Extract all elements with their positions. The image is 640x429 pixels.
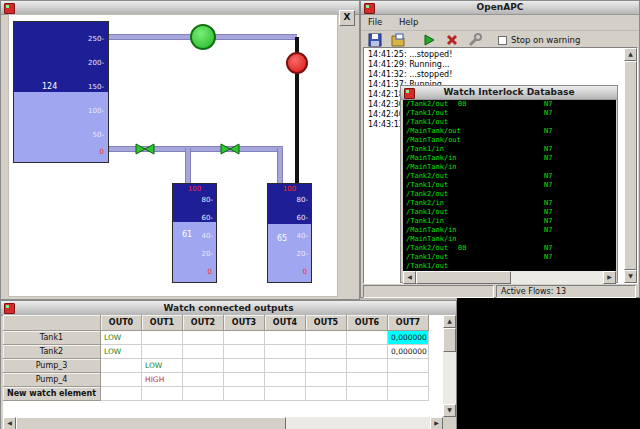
grid-cell[interactable]: HIGH bbox=[142, 373, 183, 387]
stop-on-warning-checkbox[interactable] bbox=[498, 36, 507, 45]
log-scrollbar-thumb[interactable] bbox=[624, 61, 637, 270]
grid-cell[interactable] bbox=[183, 373, 224, 387]
grid-cell[interactable] bbox=[265, 359, 306, 373]
interlock-path: /Tank1/in bbox=[403, 217, 458, 226]
grid-row-label[interactable]: Tank2 bbox=[3, 345, 101, 359]
grid-cell[interactable] bbox=[224, 345, 265, 359]
close-button[interactable]: X bbox=[339, 10, 355, 26]
app-icon[interactable] bbox=[4, 3, 15, 14]
scroll-down-button[interactable]: ▼ bbox=[443, 404, 456, 417]
outputs-window-title: Watch connected outputs bbox=[1, 301, 456, 315]
grid-cell[interactable] bbox=[306, 373, 347, 387]
grid-cell[interactable] bbox=[183, 387, 224, 401]
scroll-left-button[interactable]: ◀ bbox=[3, 417, 16, 429]
open-button[interactable] bbox=[388, 32, 408, 48]
grid-row-label[interactable]: Pump_3 bbox=[3, 359, 101, 373]
scroll-down-button[interactable]: ▼ bbox=[624, 270, 637, 283]
grid-cell[interactable] bbox=[183, 359, 224, 373]
stop-button[interactable] bbox=[442, 32, 462, 48]
scroll-right-button[interactable]: ▶ bbox=[603, 271, 616, 284]
grid-cell[interactable] bbox=[101, 387, 142, 401]
grid-cell[interactable] bbox=[306, 387, 347, 401]
grid-cell[interactable] bbox=[142, 387, 183, 401]
grid-cell[interactable] bbox=[388, 359, 429, 373]
valve-2[interactable] bbox=[220, 143, 240, 155]
grid-row-label[interactable]: Tank1 bbox=[3, 331, 101, 345]
outputs-hscrollbar-thumb[interactable] bbox=[16, 417, 286, 429]
pump[interactable] bbox=[190, 24, 216, 50]
scroll-right-button[interactable]: ▶ bbox=[430, 417, 443, 429]
grid-cell[interactable] bbox=[347, 331, 388, 345]
scroll-up-button[interactable]: ▲ bbox=[624, 48, 637, 61]
scale-label: 150- bbox=[88, 84, 104, 91]
grid-cell[interactable] bbox=[388, 387, 429, 401]
interlock-node: N7 bbox=[544, 226, 552, 235]
grid-header-cell[interactable]: OUT4 bbox=[265, 315, 306, 331]
grid-cell[interactable]: 0,000000 bbox=[388, 331, 429, 345]
menu-file[interactable]: File bbox=[361, 15, 389, 30]
grid-cell[interactable]: 0,000000 bbox=[388, 345, 429, 359]
save-button[interactable] bbox=[365, 32, 385, 48]
grid-cell[interactable] bbox=[142, 345, 183, 359]
grid-header-cell[interactable]: OUT1 bbox=[142, 315, 183, 331]
interlock-value bbox=[458, 127, 544, 136]
grid-cell[interactable] bbox=[347, 387, 388, 401]
grid-cell[interactable] bbox=[224, 373, 265, 387]
grid-cell[interactable] bbox=[183, 345, 224, 359]
grid-cell[interactable] bbox=[101, 373, 142, 387]
grid-cell[interactable] bbox=[183, 331, 224, 345]
grid-cell[interactable]: LOW bbox=[101, 331, 142, 345]
grid-cell[interactable] bbox=[142, 331, 183, 345]
interlock-path: /MainTank/out bbox=[403, 136, 458, 145]
settings-button[interactable] bbox=[465, 32, 485, 48]
grid-cell[interactable] bbox=[347, 359, 388, 373]
grid-cell[interactable] bbox=[265, 331, 306, 345]
grid-cell[interactable] bbox=[265, 345, 306, 359]
interlock-titlebar[interactable]: Watch Interlock Database bbox=[401, 86, 617, 100]
stop-on-warning-label: Stop on warning bbox=[511, 35, 580, 45]
grid-cell[interactable] bbox=[388, 373, 429, 387]
hmi-titlebar[interactable] bbox=[1, 1, 359, 15]
scroll-left-button[interactable]: ◀ bbox=[403, 271, 416, 284]
interlock-row: /Tank1/inN7 bbox=[403, 145, 616, 154]
grid-row-label[interactable]: Pump_4 bbox=[3, 373, 101, 387]
grid-cell[interactable] bbox=[347, 373, 388, 387]
log-line: 14:41:25: ...stopped! bbox=[368, 50, 621, 60]
scale-label: 80- bbox=[297, 197, 308, 204]
grid-cell[interactable] bbox=[306, 345, 347, 359]
grid-cell[interactable] bbox=[224, 359, 265, 373]
grid-cell[interactable] bbox=[265, 387, 306, 401]
grid-cell[interactable] bbox=[224, 331, 265, 345]
grid-cell[interactable] bbox=[306, 331, 347, 345]
grid-row-label[interactable]: New watch element bbox=[3, 387, 101, 401]
grid-cell[interactable]: LOW bbox=[101, 345, 142, 359]
start-icon bbox=[421, 32, 437, 48]
log-line: 14:41:29: Running... bbox=[368, 60, 621, 70]
log-line: 14:41:32: ...stopped! bbox=[368, 70, 621, 80]
grid-cell[interactable] bbox=[101, 359, 142, 373]
interlock-scrollbar-thumb[interactable] bbox=[416, 271, 511, 284]
menu-help[interactable]: Help bbox=[392, 15, 425, 30]
grid-cell[interactable] bbox=[347, 345, 388, 359]
grid-header-cell[interactable]: OUT7 bbox=[388, 315, 429, 331]
tank-value: 124 bbox=[42, 82, 57, 91]
outputs-vscrollbar-thumb[interactable] bbox=[443, 328, 456, 352]
grid-header-cell[interactable] bbox=[3, 315, 101, 331]
scroll-up-button[interactable]: ▲ bbox=[443, 315, 456, 328]
grid-header-cell[interactable]: OUT0 bbox=[101, 315, 142, 331]
grid-cell[interactable] bbox=[224, 387, 265, 401]
outputs-titlebar[interactable]: Watch connected outputs bbox=[1, 301, 456, 316]
grid-header-cell[interactable]: OUT6 bbox=[347, 315, 388, 331]
grid-row: Pump_4HIGH bbox=[3, 373, 443, 387]
grid-cell[interactable] bbox=[306, 359, 347, 373]
interlock-node: N7 bbox=[544, 253, 552, 262]
grid-cell[interactable] bbox=[265, 373, 306, 387]
grid-header-cell[interactable]: OUT5 bbox=[306, 315, 347, 331]
grid-header-cell[interactable]: OUT2 bbox=[183, 315, 224, 331]
valve-1[interactable] bbox=[135, 143, 155, 155]
main-titlebar[interactable]: OpenAPC bbox=[361, 1, 639, 15]
grid-header-cell[interactable]: OUT3 bbox=[224, 315, 265, 331]
grid-cell[interactable]: LOW bbox=[142, 359, 183, 373]
start-button[interactable] bbox=[419, 32, 439, 48]
interlock-value bbox=[458, 145, 544, 154]
